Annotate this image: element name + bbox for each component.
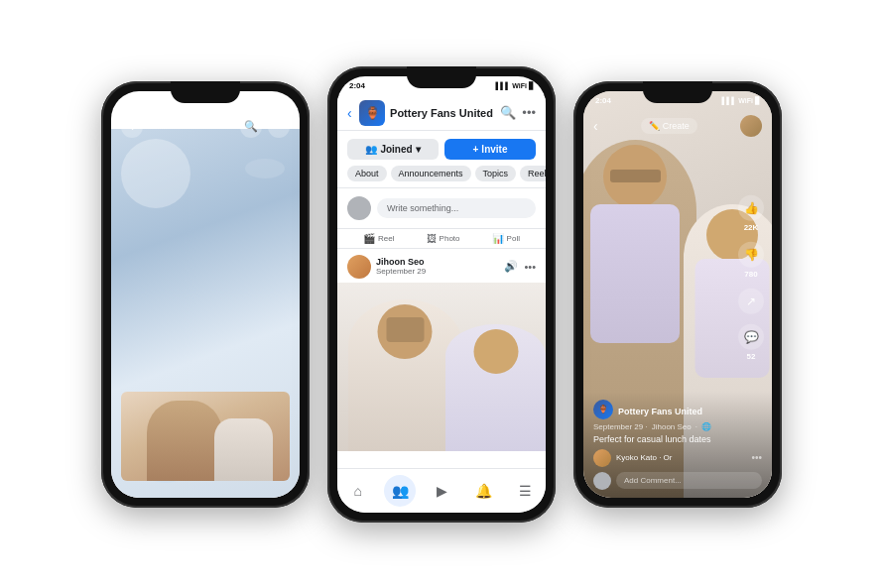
tabs-2: About Announcements Topics Reels (337, 160, 546, 188)
post-date-2: September 29 (376, 267, 426, 276)
commenter-name: Kyoko Kato · Or (616, 453, 672, 462)
like-count: 22K (744, 222, 759, 231)
back-btn-1[interactable]: ‹ (121, 116, 143, 138)
dislike-icon[interactable]: 👎 (738, 241, 764, 267)
notch-3 (643, 81, 712, 103)
dislike-count: 780 (744, 269, 757, 278)
back-btn-3[interactable]: ‹ (593, 118, 598, 134)
notch-1 (171, 81, 240, 103)
like-icon[interactable]: 👍 (738, 194, 764, 220)
tab-about-2[interactable]: About (347, 166, 387, 181)
more-icon-2[interactable]: ••• (522, 105, 536, 120)
search-btn-1[interactable]: 🔍 (240, 116, 262, 138)
dislike-action[interactable]: 👎 780 (738, 241, 764, 278)
phone-3: 2:04 ▌▌▌ WiFi ▊ ‹ ✏️ Create (573, 81, 782, 508)
video-top-bar: ‹ ✏️ Create (583, 109, 772, 143)
video-group-name: Pottery Fans United (618, 407, 702, 416)
create-btn[interactable]: ✏️ Create (641, 118, 697, 134)
nav-home-2[interactable]: ⌂ (343, 479, 373, 503)
tab-topics-2[interactable]: Topics (475, 166, 517, 181)
tab-reels-2[interactable]: Reels (520, 166, 546, 181)
action-buttons-2: 👥 Joined ▾ + Invite (337, 139, 546, 160)
nav-groups-2[interactable]: 👥 (384, 475, 416, 507)
poll-action-2[interactable]: 📊 Poll (492, 233, 520, 244)
nav-icons-1: 🔍 ••• (240, 116, 290, 138)
commenter-self-avatar (593, 472, 611, 490)
video-user-3: Jihoon Seo (652, 422, 692, 431)
ph2-title: 🏺 Pottery Fans United (359, 100, 493, 126)
more-btn-1[interactable]: ••• (268, 116, 290, 138)
comment-count: 52 (747, 351, 756, 360)
signal-icons-1: ▌▌▌ WiFi ▊ (249, 97, 288, 105)
comment-count-action[interactable]: 💬 52 (738, 323, 764, 360)
user-avatar-2 (347, 196, 371, 220)
video-bottom-info: 🏺 Pottery Fans United September 29 · Jih… (583, 392, 772, 498)
notch-2 (407, 66, 476, 88)
video-group-avatar: 🏺 (593, 400, 613, 419)
post-user-name-2: Jihoon Seo (376, 257, 426, 267)
video-date-3: September 29 · (593, 422, 648, 431)
video-overlay: 2:04 ▌▌▌ WiFi ▊ ‹ ✏️ Create (583, 91, 772, 498)
photo-action-2[interactable]: 🖼 Photo (427, 233, 460, 244)
video-right-actions: 👍 22K 👎 780 ↗ 💬 52 (738, 194, 764, 360)
reel-action-2[interactable]: 🎬 Reel (363, 233, 394, 244)
commenter-avatar (593, 449, 611, 467)
comment-input-row: Add Comment... (593, 472, 762, 490)
write-something-2: Write something... (337, 188, 546, 229)
feed-post-2: Jihoon Seo September 29 🔊 ••• (337, 249, 546, 451)
comment-icon[interactable]: 💬 (738, 323, 764, 349)
post-actions-2: 🎬 Reel 🖼 Photo 📊 Poll (337, 229, 546, 249)
post-user-info-2: Jihoon Seo September 29 (347, 255, 426, 279)
nav-watch-2[interactable]: ▶ (428, 479, 457, 503)
ph2-header: ‹ 🏺 Pottery Fans United 🔍 ••• (337, 96, 546, 131)
nav-bell-2[interactable]: 🔔 (469, 479, 499, 503)
like-action[interactable]: 👍 22K (738, 194, 764, 231)
post-image-2 (337, 283, 546, 451)
more-post-icon-2[interactable]: ••• (524, 261, 536, 273)
time-1: 2:04 (123, 96, 139, 105)
share-icon[interactable]: ↗ (738, 288, 764, 313)
ph2-icons: 🔍 ••• (500, 105, 536, 120)
time-2: 2:04 (349, 81, 365, 90)
search-icon-2[interactable]: 🔍 (500, 105, 516, 120)
video-caption: Perfect for casual lunch dates (593, 434, 762, 444)
share-action[interactable]: ↗ (738, 288, 764, 313)
phone1-nav: ‹ 🔍 ••• (111, 111, 300, 143)
post-image-1 (121, 392, 290, 481)
write-input-2[interactable]: Write something... (377, 198, 536, 218)
phone-2: 2:04 ▌▌▌ WiFi ▊ ‹ 🏺 Pottery Fans United … (327, 66, 556, 523)
more-comment-icon[interactable]: ••• (751, 452, 762, 463)
sound-icon-2[interactable]: 🔊 (504, 260, 518, 273)
post-avatar-2 (347, 255, 371, 279)
bottom-nav-2: ⌂ 👥 ▶ 🔔 ☰ (337, 468, 546, 513)
group-name-2: Pottery Fans United (390, 107, 493, 119)
signal-icons-2: ▌▌▌ WiFi ▊ (495, 82, 534, 90)
nav-menu-2[interactable]: ☰ (510, 479, 540, 503)
video-group-row: 🏺 Pottery Fans United (593, 400, 762, 419)
comment-input[interactable]: Add Comment... (616, 472, 762, 489)
video-comment-row: Kyoko Kato · Or ••• (593, 449, 762, 467)
joined-btn-2[interactable]: 👥 Joined ▾ (347, 139, 439, 160)
ph2-group-icon: 🏺 (359, 100, 385, 126)
post-user-row-2: Jihoon Seo September 29 🔊 ••• (337, 255, 546, 283)
time-3: 2:04 (595, 96, 611, 105)
user-avatar-3[interactable] (740, 115, 762, 137)
tab-announcements-2[interactable]: Announcements (391, 166, 471, 181)
back-btn-2[interactable]: ‹ (347, 105, 352, 121)
invite-btn-2[interactable]: + Invite (444, 139, 536, 160)
phone-1: 2:04 ▌▌▌ WiFi ▊ ‹ 🔍 ••• Pottery Fans Uni… (101, 81, 310, 508)
signal-icons-3: ▌▌▌ WiFi ▊ (721, 97, 760, 105)
